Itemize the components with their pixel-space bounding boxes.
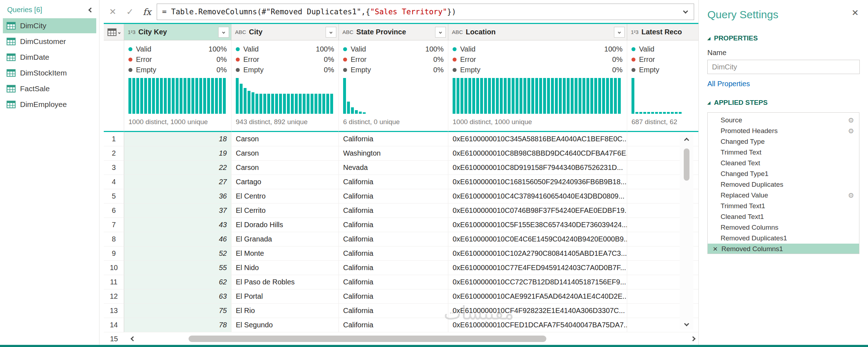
cell[interactable]: 19 [124, 146, 231, 161]
applied-step-cleaned-text1[interactable]: Cleaned Text1 [708, 211, 859, 222]
row-number[interactable]: 7 [104, 218, 124, 232]
cell[interactable]: California [339, 304, 448, 318]
applied-step-removed-columns[interactable]: Removed Columns [708, 222, 859, 233]
cancel-formula-button[interactable]: ✕ [105, 7, 120, 17]
applied-step-changed-type[interactable]: Changed Type [708, 136, 859, 147]
cell[interactable]: 0xE6100000010C168156050F294240936FB6B9B1… [448, 175, 627, 189]
sidebar-item-dimcustomer[interactable]: DimCustomer [3, 34, 96, 49]
sidebar-item-factsale[interactable]: FactSale [3, 81, 96, 96]
scroll-right-icon[interactable] [691, 336, 696, 341]
column-header-location[interactable]: ABCLocation [448, 24, 627, 40]
cell[interactable]: 63 [124, 289, 231, 304]
cell[interactable]: California [339, 289, 448, 304]
row-number[interactable]: 5 [104, 189, 124, 204]
cell[interactable]: Cartago [231, 175, 339, 189]
cell[interactable]: California [339, 318, 448, 332]
cell[interactable]: El Cerrito [231, 204, 339, 218]
properties-section-header[interactable]: ◢ PROPERTIES [699, 31, 868, 45]
applied-step-removed-columns1[interactable]: ✕Removed Columns1 [708, 244, 859, 254]
cell[interactable]: El Portal [231, 289, 339, 304]
applied-step-changed-type1[interactable]: Changed Type1 [708, 168, 859, 179]
horizontal-scrollbar[interactable] [142, 335, 684, 342]
cell[interactable]: 18 [124, 132, 231, 146]
cell[interactable]: 0xE6100000010C5F155E38C6574340DE73603942… [448, 218, 627, 232]
row-number[interactable]: 11 [104, 275, 124, 289]
cell[interactable]: 27 [124, 175, 231, 189]
cell[interactable]: Nevada [339, 161, 448, 175]
cell[interactable]: California [339, 246, 448, 261]
row-number[interactable]: 10 [104, 261, 124, 275]
applied-step-trimmed-text1[interactable]: Trimmed Text1 [708, 201, 859, 211]
sidebar-item-dimcity[interactable]: DimCity [3, 18, 96, 33]
collapse-queries-pane-icon[interactable] [88, 7, 93, 12]
cell[interactable]: 37 [124, 204, 231, 218]
cell[interactable]: 0xE6100000010C8B98C8BBD9DC4640CDFBA47F6E… [448, 146, 627, 161]
cell[interactable]: California [339, 132, 448, 146]
scroll-up-icon[interactable] [684, 138, 689, 143]
applied-step-source[interactable]: Source⚙ [708, 115, 859, 126]
row-number[interactable]: 4 [104, 175, 124, 189]
cell[interactable]: El Paso de Robles [231, 275, 339, 289]
cell[interactable]: El Monte [231, 246, 339, 261]
row-number[interactable]: 6 [104, 204, 124, 218]
column-header-city-key[interactable]: 1²3City Key [124, 24, 231, 40]
scroll-down-icon[interactable] [684, 321, 689, 326]
applied-step-removed-duplicates[interactable]: Removed Duplicates [708, 179, 859, 190]
cell[interactable]: Carson [231, 132, 339, 146]
step-settings-gear-icon[interactable]: ⚙ [848, 191, 854, 200]
formula-input[interactable]: = Table.RemoveColumns(#"Removed Duplicat… [157, 4, 694, 20]
cell[interactable]: 55 [124, 261, 231, 275]
query-name-input[interactable] [707, 60, 860, 74]
cell[interactable]: California [339, 175, 448, 189]
filter-button[interactable] [435, 27, 446, 38]
column-header-state-province[interactable]: ABCState Province [339, 24, 448, 40]
cell[interactable]: 0xE6100000010C102A2790C80841405ABD1EA7C3… [448, 246, 627, 261]
step-settings-gear-icon[interactable]: ⚙ [848, 127, 854, 135]
cell[interactable]: 0xE6100000010C345A58816BEA4040AC1BEF8E0C… [448, 132, 627, 146]
row-number[interactable]: 9 [104, 246, 124, 261]
cell[interactable]: California [339, 218, 448, 232]
step-settings-gear-icon[interactable]: ⚙ [848, 116, 854, 124]
row-number[interactable]: 3 [104, 161, 124, 175]
cell[interactable]: 62 [124, 275, 231, 289]
column-header-city[interactable]: ABCCity [231, 24, 339, 40]
vertical-scrollbar-thumb[interactable] [684, 148, 689, 181]
cell[interactable]: 0xE6100000010C0E4C6E1459C04240B9420E000B… [448, 232, 627, 246]
filter-button[interactable] [326, 27, 336, 38]
row-number[interactable]: 14 [104, 318, 124, 332]
cell[interactable]: El Centro [231, 189, 339, 204]
all-properties-link[interactable]: All Properties [699, 74, 868, 96]
sidebar-item-dimdate[interactable]: DimDate [3, 50, 96, 65]
cell[interactable]: 0xE6100000010C8D919158F7944340B67526231D… [448, 161, 627, 175]
cell[interactable]: California [339, 189, 448, 204]
sidebar-item-dimstockitem[interactable]: DimStockItem [3, 65, 96, 80]
cell[interactable]: 0xE6100000010C4C37894160654040E43DBD0809… [448, 189, 627, 204]
cell[interactable]: 22 [124, 161, 231, 175]
cell[interactable]: 78 [124, 318, 231, 332]
cell[interactable]: 0xE6100000010CAE9921FA5AD64240A1E4C40D2E… [448, 289, 627, 304]
applied-step-replaced-value[interactable]: Replaced Value⚙ [708, 190, 859, 201]
row-number[interactable]: 8 [104, 232, 124, 246]
row-number[interactable]: 1 [104, 132, 124, 146]
cell[interactable]: 0xE6100000010C77E4FED9459142403C7A0D0B7F… [448, 261, 627, 275]
cell[interactable]: California [339, 204, 448, 218]
applied-steps-section-header[interactable]: ◢ APPLIED STEPS [699, 96, 868, 109]
cell[interactable]: 0xE6100000010CC72C7B12D8D141405187156EF9… [448, 275, 627, 289]
cell[interactable]: California [339, 261, 448, 275]
cell[interactable]: El Nido [231, 261, 339, 275]
cell[interactable]: 0xE6100000010C0746B98F37F54240EFAE0EDBF1… [448, 204, 627, 218]
cell[interactable]: 43 [124, 218, 231, 232]
cell[interactable]: El Granada [231, 232, 339, 246]
cell[interactable]: Washington [339, 146, 448, 161]
applied-step-removed-duplicates1[interactable]: Removed Duplicates1 [708, 233, 859, 244]
close-icon[interactable]: ✕ [852, 8, 859, 18]
cell[interactable]: El Segundo [231, 318, 339, 332]
expand-formula-bar-icon[interactable] [683, 9, 688, 14]
cell[interactable]: Carson [231, 161, 339, 175]
cell[interactable]: California [339, 232, 448, 246]
cell[interactable]: 52 [124, 246, 231, 261]
delete-step-icon[interactable]: ✕ [713, 245, 718, 253]
table-menu-button[interactable] [104, 24, 124, 40]
cell[interactable]: California [339, 275, 448, 289]
row-number[interactable]: 13 [104, 304, 124, 318]
